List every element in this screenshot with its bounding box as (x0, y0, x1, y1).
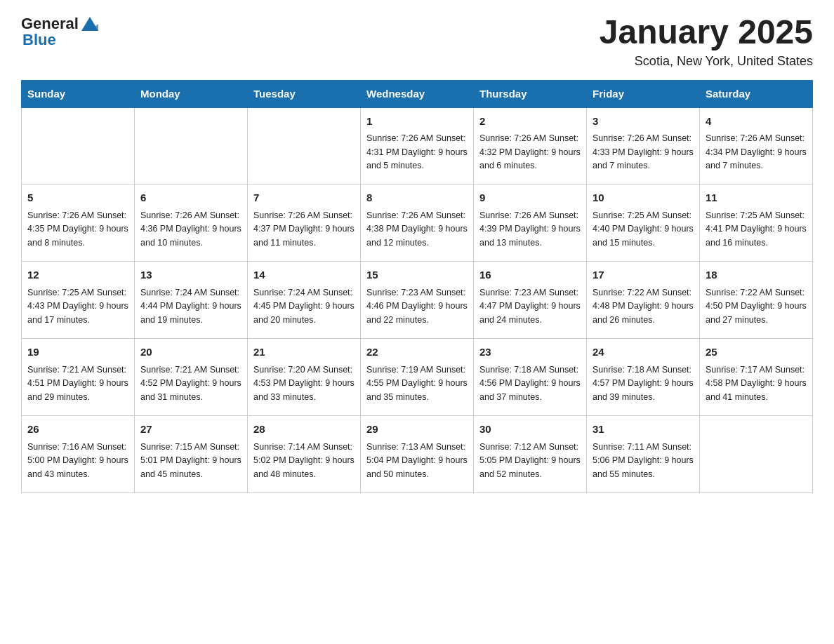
month-title: January 2025 (600, 14, 813, 51)
day-info: Sunrise: 7:22 AM Sunset: 4:50 PM Dayligh… (706, 286, 807, 327)
day-number: 14 (253, 267, 355, 283)
day-info: Sunrise: 7:17 AM Sunset: 4:58 PM Dayligh… (706, 363, 807, 404)
day-number: 28 (253, 422, 355, 438)
day-info: Sunrise: 7:26 AM Sunset: 4:35 PM Dayligh… (27, 209, 128, 250)
day-cell: 3Sunrise: 7:26 AM Sunset: 4:33 PM Daylig… (587, 107, 700, 185)
day-info: Sunrise: 7:12 AM Sunset: 5:05 PM Dayligh… (479, 441, 581, 481)
day-cell: 23Sunrise: 7:18 AM Sunset: 4:56 PM Dayli… (474, 339, 587, 416)
day-cell (248, 107, 361, 185)
day-number: 19 (27, 344, 128, 361)
day-number: 20 (140, 344, 241, 361)
day-number: 26 (27, 422, 128, 438)
day-cell (135, 107, 248, 185)
day-number: 7 (253, 190, 355, 206)
day-cell: 16Sunrise: 7:23 AM Sunset: 4:47 PM Dayli… (474, 262, 587, 339)
week-row-5: 26Sunrise: 7:16 AM Sunset: 5:00 PM Dayli… (22, 416, 813, 493)
day-number: 4 (706, 114, 807, 130)
day-info: Sunrise: 7:25 AM Sunset: 4:41 PM Dayligh… (706, 209, 807, 250)
day-info: Sunrise: 7:26 AM Sunset: 4:33 PM Dayligh… (593, 132, 694, 173)
day-info: Sunrise: 7:21 AM Sunset: 4:51 PM Dayligh… (27, 363, 128, 404)
day-cell: 8Sunrise: 7:26 AM Sunset: 4:38 PM Daylig… (361, 185, 474, 262)
day-number: 10 (593, 190, 694, 206)
day-number: 23 (479, 344, 581, 361)
day-number: 25 (706, 344, 807, 361)
calendar-table: SundayMondayTuesdayWednesdayThursdayFrid… (21, 80, 813, 494)
day-cell: 20Sunrise: 7:21 AM Sunset: 4:52 PM Dayli… (135, 339, 248, 416)
day-number: 2 (479, 114, 581, 130)
day-info: Sunrise: 7:26 AM Sunset: 4:38 PM Dayligh… (366, 209, 468, 250)
day-cell: 31Sunrise: 7:11 AM Sunset: 5:06 PM Dayli… (587, 416, 700, 493)
day-number: 6 (140, 190, 241, 206)
day-number: 31 (593, 422, 694, 438)
day-number: 8 (366, 190, 468, 206)
day-number: 22 (366, 344, 468, 361)
day-info: Sunrise: 7:26 AM Sunset: 4:39 PM Dayligh… (479, 209, 581, 250)
day-info: Sunrise: 7:14 AM Sunset: 5:02 PM Dayligh… (253, 441, 355, 481)
logo-blue: Blue (22, 31, 56, 49)
day-number: 27 (140, 422, 241, 438)
day-info: Sunrise: 7:24 AM Sunset: 4:44 PM Dayligh… (140, 286, 241, 327)
day-info: Sunrise: 7:26 AM Sunset: 4:37 PM Dayligh… (253, 209, 355, 250)
day-info: Sunrise: 7:25 AM Sunset: 4:40 PM Dayligh… (593, 209, 694, 250)
col-header-sunday: Sunday (22, 80, 135, 107)
logo-icon (80, 14, 100, 34)
day-cell: 30Sunrise: 7:12 AM Sunset: 5:05 PM Dayli… (474, 416, 587, 493)
location: Scotia, New York, United States (600, 54, 813, 69)
week-row-1: 1Sunrise: 7:26 AM Sunset: 4:31 PM Daylig… (22, 107, 813, 185)
day-cell: 15Sunrise: 7:23 AM Sunset: 4:46 PM Dayli… (361, 262, 474, 339)
title-block: January 2025 Scotia, New York, United St… (600, 14, 813, 69)
col-header-monday: Monday (135, 80, 248, 107)
day-cell: 11Sunrise: 7:25 AM Sunset: 4:41 PM Dayli… (700, 185, 813, 262)
day-info: Sunrise: 7:22 AM Sunset: 4:48 PM Dayligh… (593, 286, 694, 327)
day-info: Sunrise: 7:18 AM Sunset: 4:56 PM Dayligh… (479, 363, 581, 404)
day-info: Sunrise: 7:26 AM Sunset: 4:31 PM Dayligh… (366, 132, 468, 173)
day-info: Sunrise: 7:26 AM Sunset: 4:34 PM Dayligh… (706, 132, 807, 173)
week-row-4: 19Sunrise: 7:21 AM Sunset: 4:51 PM Dayli… (22, 339, 813, 416)
day-number: 24 (593, 344, 694, 361)
day-info: Sunrise: 7:23 AM Sunset: 4:47 PM Dayligh… (479, 286, 581, 327)
day-cell: 25Sunrise: 7:17 AM Sunset: 4:58 PM Dayli… (700, 339, 813, 416)
day-info: Sunrise: 7:11 AM Sunset: 5:06 PM Dayligh… (593, 441, 694, 481)
day-info: Sunrise: 7:15 AM Sunset: 5:01 PM Dayligh… (140, 441, 241, 481)
day-info: Sunrise: 7:13 AM Sunset: 5:04 PM Dayligh… (366, 441, 468, 481)
col-header-wednesday: Wednesday (361, 80, 474, 107)
day-number: 5 (27, 190, 128, 206)
day-info: Sunrise: 7:16 AM Sunset: 5:00 PM Dayligh… (27, 441, 128, 481)
day-info: Sunrise: 7:25 AM Sunset: 4:43 PM Dayligh… (27, 286, 128, 327)
day-info: Sunrise: 7:18 AM Sunset: 4:57 PM Dayligh… (593, 363, 694, 404)
day-cell: 5Sunrise: 7:26 AM Sunset: 4:35 PM Daylig… (22, 185, 135, 262)
day-cell: 19Sunrise: 7:21 AM Sunset: 4:51 PM Dayli… (22, 339, 135, 416)
day-number: 17 (593, 267, 694, 283)
day-cell: 29Sunrise: 7:13 AM Sunset: 5:04 PM Dayli… (361, 416, 474, 493)
col-header-thursday: Thursday (474, 80, 587, 107)
day-cell: 21Sunrise: 7:20 AM Sunset: 4:53 PM Dayli… (248, 339, 361, 416)
day-cell: 18Sunrise: 7:22 AM Sunset: 4:50 PM Dayli… (700, 262, 813, 339)
day-info: Sunrise: 7:20 AM Sunset: 4:53 PM Dayligh… (253, 363, 355, 404)
col-header-friday: Friday (587, 80, 700, 107)
day-number: 21 (253, 344, 355, 361)
day-cell: 24Sunrise: 7:18 AM Sunset: 4:57 PM Dayli… (587, 339, 700, 416)
day-cell: 26Sunrise: 7:16 AM Sunset: 5:00 PM Dayli… (22, 416, 135, 493)
day-number: 18 (706, 267, 807, 283)
logo: General Blue (21, 14, 100, 49)
day-number: 11 (706, 190, 807, 206)
day-number: 15 (366, 267, 468, 283)
day-cell: 13Sunrise: 7:24 AM Sunset: 4:44 PM Dayli… (135, 262, 248, 339)
day-cell: 9Sunrise: 7:26 AM Sunset: 4:39 PM Daylig… (474, 185, 587, 262)
week-row-2: 5Sunrise: 7:26 AM Sunset: 4:35 PM Daylig… (22, 185, 813, 262)
day-info: Sunrise: 7:21 AM Sunset: 4:52 PM Dayligh… (140, 363, 241, 404)
day-cell: 27Sunrise: 7:15 AM Sunset: 5:01 PM Dayli… (135, 416, 248, 493)
day-cell (22, 107, 135, 185)
day-info: Sunrise: 7:23 AM Sunset: 4:46 PM Dayligh… (366, 286, 468, 327)
day-number: 16 (479, 267, 581, 283)
day-cell: 1Sunrise: 7:26 AM Sunset: 4:31 PM Daylig… (361, 107, 474, 185)
day-number: 30 (479, 422, 581, 438)
day-cell: 6Sunrise: 7:26 AM Sunset: 4:36 PM Daylig… (135, 185, 248, 262)
day-cell: 10Sunrise: 7:25 AM Sunset: 4:40 PM Dayli… (587, 185, 700, 262)
day-number: 3 (593, 114, 694, 130)
day-info: Sunrise: 7:26 AM Sunset: 4:32 PM Dayligh… (479, 132, 581, 173)
day-info: Sunrise: 7:26 AM Sunset: 4:36 PM Dayligh… (140, 209, 241, 250)
day-cell: 2Sunrise: 7:26 AM Sunset: 4:32 PM Daylig… (474, 107, 587, 185)
day-cell: 7Sunrise: 7:26 AM Sunset: 4:37 PM Daylig… (248, 185, 361, 262)
day-number: 13 (140, 267, 241, 283)
